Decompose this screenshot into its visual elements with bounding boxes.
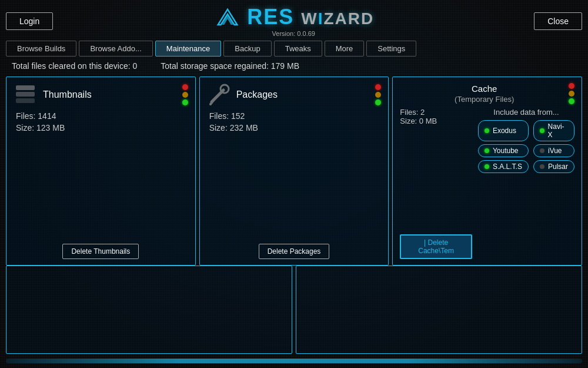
header-row: Login RES WIZARD Version: 0.0.69 Close — [6, 5, 582, 37]
thumbnails-header: Thumbnails — [14, 83, 188, 107]
ivue-label: iVue — [548, 147, 562, 155]
storage-regained-stat: Total storage space regained: 179 MB — [161, 61, 299, 71]
nav-backup[interactable]: Backup — [223, 41, 271, 57]
packages-files: Files: 152 — [209, 111, 382, 121]
logo-icon — [213, 6, 242, 28]
packages-traffic-light — [375, 84, 381, 105]
salts-dot — [485, 164, 489, 169]
nav-more[interactable]: More — [325, 41, 365, 57]
thumbnails-title: Thumbnails — [43, 89, 92, 100]
svg-rect-4 — [16, 98, 35, 103]
nav-maintenance[interactable]: Maintenance — [155, 41, 221, 57]
stats-row: Total files cleared on this device: 0 To… — [6, 61, 582, 71]
packages-panel: Packages Files: 152 Size: 232 MB Delete … — [199, 77, 389, 266]
cache-title: Cache (Temporary Files) — [400, 83, 569, 104]
delete-packages-button[interactable]: Delete Packages — [259, 244, 330, 259]
cache-subtitle: (Temporary Files) — [400, 95, 569, 105]
pulsar-dot — [540, 164, 544, 169]
cache-traffic-light — [569, 83, 574, 104]
packages-icon — [207, 83, 230, 107]
logo-text: RES WIZARD — [247, 5, 374, 29]
cache-include-area: Include data from... Exodus Navi-X Yo — [478, 108, 574, 259]
bottom-panel-right — [296, 266, 582, 354]
youtube-dot — [485, 148, 489, 153]
logo-area: RES WIZARD Version: 0.0.69 — [213, 5, 374, 37]
green-light — [182, 100, 188, 105]
logo-ares: RES — [247, 5, 294, 29]
include-grid: Exodus Navi-X Youtube iVue — [478, 120, 574, 173]
packages-stats: Files: 152 Size: 232 MB — [207, 111, 382, 135]
cache-body: Files: 2 Size: 0 MB | Delete Cache\Tem I… — [400, 108, 574, 259]
packages-title: Packages — [236, 89, 278, 100]
svg-rect-2 — [16, 85, 35, 90]
footer-bar — [6, 359, 582, 363]
nav-browse-builds[interactable]: Browse Builds — [6, 41, 76, 57]
ivue-dot — [540, 148, 544, 153]
bottom-panel-left — [6, 266, 292, 354]
thumbnails-icon — [14, 83, 37, 107]
thumbnails-files: Files: 1414 — [16, 111, 188, 121]
nav-browse-addons[interactable]: Browse Addo... — [79, 41, 152, 57]
red-light — [569, 83, 574, 89]
exodus-dot — [485, 128, 489, 133]
thumbnails-size: Size: 123 MB — [16, 123, 188, 132]
login-button[interactable]: Login — [6, 12, 53, 30]
logo-title: RES WIZARD — [213, 5, 374, 29]
salts-label: S.A.L.T.S — [493, 163, 522, 171]
green-light — [375, 100, 381, 105]
version-text: Version: 0.0.69 — [272, 30, 315, 37]
svg-rect-3 — [16, 92, 35, 97]
include-label: Include data from... — [478, 108, 574, 117]
include-navix[interactable]: Navi-X — [533, 120, 574, 141]
cache-header: Cache (Temporary Files) — [400, 83, 574, 104]
red-light — [375, 84, 381, 90]
cache-left: Files: 2 Size: 0 MB | Delete Cache\Tem — [400, 108, 472, 259]
files-cleared-stat: Total files cleared on this device: 0 — [12, 61, 137, 71]
delete-thumbnails-button[interactable]: Delete Thumbnails — [62, 244, 139, 259]
navix-label: Navi-X — [548, 122, 568, 139]
panels-grid: Thumbnails Files: 1414 Size: 123 MB Dele… — [6, 77, 582, 266]
include-exodus[interactable]: Exodus — [478, 120, 529, 141]
nav-row: Browse Builds Browse Addo... Maintenance… — [6, 41, 582, 57]
cache-size: Size: 0 MB — [400, 117, 472, 125]
navix-dot — [540, 128, 544, 133]
yellow-light — [375, 92, 381, 98]
close-button[interactable]: Close — [534, 12, 582, 30]
packages-header: Packages — [207, 83, 382, 107]
exodus-label: Exodus — [493, 127, 516, 135]
include-ivue[interactable]: iVue — [533, 144, 574, 157]
green-light — [569, 98, 574, 104]
cache-panel: Cache (Temporary Files) Files: 2 Size: 0… — [392, 77, 582, 266]
bottom-row — [6, 266, 582, 354]
pulsar-label: Pulsar — [548, 163, 568, 171]
yellow-light — [182, 92, 188, 98]
svg-line-7 — [211, 100, 214, 104]
cache-stats: Files: 2 Size: 0 MB — [400, 108, 472, 125]
include-youtube[interactable]: Youtube — [478, 144, 529, 157]
packages-size: Size: 232 MB — [209, 123, 382, 132]
packages-icon-label: Packages — [207, 83, 278, 107]
thumbnails-stats: Files: 1414 Size: 123 MB — [14, 111, 188, 135]
svg-point-6 — [220, 85, 229, 93]
nav-tweaks[interactable]: Tweaks — [274, 41, 322, 57]
thumbnails-traffic-light — [182, 84, 188, 105]
include-salts[interactable]: S.A.L.T.S — [478, 160, 529, 173]
nav-settings[interactable]: Settings — [366, 41, 416, 57]
cache-files: Files: 2 — [400, 108, 472, 117]
delete-cache-button[interactable]: | Delete Cache\Tem — [400, 234, 472, 259]
include-pulsar[interactable]: Pulsar — [533, 160, 574, 173]
main-container: Login RES WIZARD Version: 0.0.69 Close B… — [0, 0, 588, 368]
thumbnails-icon-label: Thumbnails — [14, 83, 92, 107]
red-light — [182, 84, 188, 90]
cache-title-area: Cache (Temporary Files) — [400, 83, 569, 104]
youtube-label: Youtube — [493, 147, 519, 155]
yellow-light — [569, 91, 574, 97]
thumbnails-panel: Thumbnails Files: 1414 Size: 123 MB Dele… — [6, 77, 196, 266]
